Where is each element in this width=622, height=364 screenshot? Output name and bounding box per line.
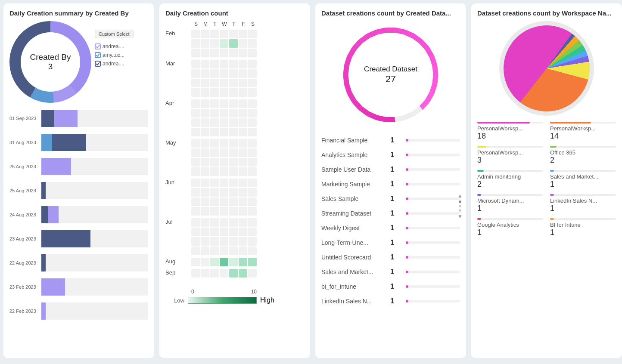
calendar-cell[interactable] (229, 139, 238, 148)
calendar-cell[interactable] (220, 88, 228, 97)
calendar-cell[interactable] (239, 99, 247, 108)
calendar-cell[interactable] (220, 79, 228, 87)
stacked-bar-row[interactable]: 01 Sep 2023 (9, 110, 148, 127)
calendar-cell[interactable] (239, 139, 247, 148)
calendar-cell[interactable] (248, 99, 257, 108)
calendar-cell[interactable] (229, 258, 238, 266)
calendar-cell[interactable] (229, 118, 238, 127)
calendar-cell[interactable] (210, 197, 219, 206)
calendar-cell[interactable] (239, 79, 247, 87)
workspace-item[interactable]: Microsoft Dynam...1 (477, 194, 543, 213)
calendar-cell[interactable] (201, 188, 209, 197)
calendar-cell[interactable] (248, 60, 257, 68)
calendar-cell[interactable] (220, 269, 228, 278)
calendar-cell[interactable] (229, 60, 238, 68)
dataset-row[interactable]: Financial Sample1 (321, 133, 460, 148)
calendar-cell[interactable] (210, 39, 219, 48)
calendar-cell[interactable] (191, 167, 200, 176)
calendar-cell[interactable] (248, 128, 257, 136)
calendar-cell[interactable] (229, 237, 238, 246)
calendar-cell[interactable] (210, 49, 219, 57)
calendar-cell[interactable] (210, 158, 219, 167)
calendar-cell[interactable] (210, 88, 219, 97)
calendar-cell[interactable] (201, 69, 209, 78)
workspace-item[interactable]: PersonalWorksp...3 (477, 146, 543, 165)
dataset-row[interactable]: bi_for_intune1 (321, 279, 460, 294)
calendar-cell[interactable] (220, 207, 228, 216)
stacked-bar-row[interactable]: 23 Aug 2023 (9, 230, 148, 247)
workspace-item[interactable]: PersonalWorksp...18 (477, 122, 543, 141)
stacked-bar-row[interactable]: 24 Aug 2023 (9, 206, 148, 223)
calendar-cell[interactable] (220, 39, 228, 48)
calendar-cell[interactable] (239, 207, 247, 216)
scroll-dot[interactable] (459, 209, 461, 212)
calendar-cell[interactable] (248, 228, 257, 236)
calendar-cell[interactable] (220, 99, 228, 108)
calendar-cell[interactable] (220, 139, 228, 148)
calendar-cell[interactable] (229, 99, 238, 108)
calendar-cell[interactable] (220, 49, 228, 57)
calendar-cell[interactable] (229, 88, 238, 97)
calendar-cell[interactable] (220, 218, 228, 227)
calendar-cell[interactable] (220, 258, 228, 266)
calendar-cell[interactable] (210, 167, 219, 176)
calendar-cell[interactable] (191, 188, 200, 197)
calendar-cell[interactable] (229, 30, 238, 38)
legend-item[interactable]: andrea.... (95, 43, 148, 49)
checkbox-icon[interactable] (95, 52, 101, 58)
calendar-cell[interactable] (201, 128, 209, 136)
calendar-cell[interactable] (210, 269, 219, 278)
dataset-row[interactable]: Long-Term-Une...1 (321, 235, 460, 250)
workspace-item[interactable]: BI for Intune1 (550, 218, 616, 237)
calendar-cell[interactable] (248, 118, 257, 127)
calendar-cell[interactable] (191, 49, 200, 57)
calendar-cell[interactable] (210, 60, 219, 68)
workspace-item[interactable]: Google Analytics1 (477, 218, 543, 237)
calendar-cell[interactable] (220, 158, 228, 167)
calendar-cell[interactable] (248, 30, 257, 38)
calendar-cell[interactable] (220, 60, 228, 68)
calendar-cell[interactable] (229, 167, 238, 176)
calendar-cell[interactable] (229, 228, 238, 236)
calendar-cell[interactable] (210, 109, 219, 117)
calendar-cell[interactable] (191, 118, 200, 127)
workspace-item[interactable]: LinkedIn Sales N...1 (550, 194, 616, 213)
calendar-cell[interactable] (201, 158, 209, 167)
calendar-cell[interactable] (201, 237, 209, 246)
calendar-cell[interactable] (220, 148, 228, 157)
calendar-cell[interactable] (248, 269, 257, 278)
calendar-cell[interactable] (201, 88, 209, 97)
calendar-cell[interactable] (229, 109, 238, 117)
custom-select-button[interactable]: Custom Select (95, 30, 134, 38)
stacked-bar-row[interactable]: 22 Feb 2023 (9, 302, 148, 320)
calendar-cell[interactable] (201, 79, 209, 87)
calendar-cell[interactable] (248, 139, 257, 148)
calendar-cell[interactable] (248, 188, 257, 197)
calendar-cell[interactable] (248, 179, 257, 187)
calendar-cell[interactable] (201, 99, 209, 108)
legend-item[interactable]: andrea.... (95, 61, 148, 67)
calendar-cell[interactable] (201, 179, 209, 187)
calendar-cell[interactable] (210, 79, 219, 87)
calendar-cell[interactable] (229, 49, 238, 57)
pie-chart[interactable] (504, 25, 590, 111)
calendar-cell[interactable] (239, 179, 247, 187)
calendar-cell[interactable] (239, 88, 247, 97)
calendar-cell[interactable] (210, 118, 219, 127)
calendar-cell[interactable] (248, 148, 257, 157)
calendar-cell[interactable] (239, 228, 247, 236)
scroll-dot[interactable] (459, 205, 461, 207)
calendar-cell[interactable] (248, 39, 257, 48)
dataset-row[interactable]: Untitled Scorecard1 (321, 250, 460, 265)
calendar-cell[interactable] (220, 118, 228, 127)
calendar-cell[interactable] (210, 188, 219, 197)
calendar-cell[interactable] (229, 207, 238, 216)
stacked-bar-row[interactable]: 22 Aug 2023 (9, 254, 148, 271)
calendar-cell[interactable] (210, 139, 219, 148)
calendar-cell[interactable] (229, 158, 238, 167)
workspace-item[interactable]: Office 3652 (550, 146, 616, 165)
calendar-cell[interactable] (220, 197, 228, 206)
calendar-cell[interactable] (201, 60, 209, 68)
calendar-cell[interactable] (191, 207, 200, 216)
calendar-cell[interactable] (191, 60, 200, 68)
